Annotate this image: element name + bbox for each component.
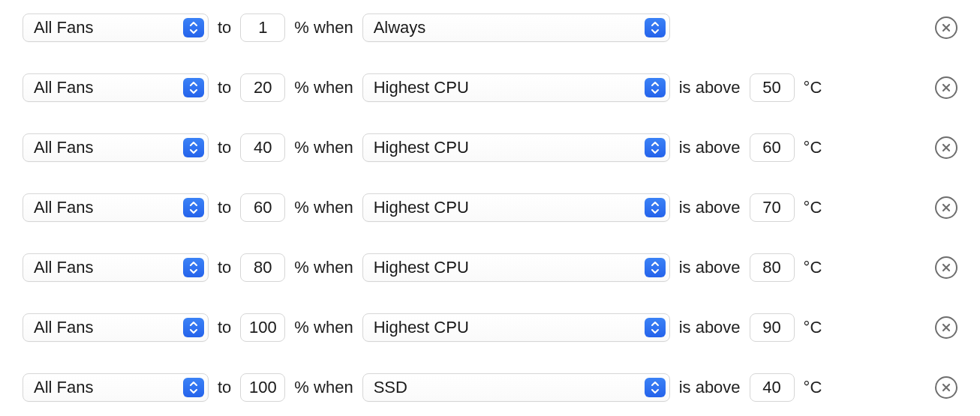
to-label: to [218,18,231,37]
percent-when-label: % when [294,198,353,217]
close-icon [941,382,951,393]
delete-rule-button[interactable] [935,76,957,99]
to-label: to [218,138,231,157]
condition-select-value: Highest CPU [374,138,469,157]
rule-row: All Fans to % when Highest CPU is above … [23,253,957,282]
fan-select[interactable]: All Fans [23,253,209,282]
chevron-updown-icon [645,138,666,157]
threshold-input[interactable] [750,133,795,162]
chevron-updown-icon [183,378,204,397]
chevron-updown-icon [183,138,204,157]
fan-select-value: All Fans [34,198,93,217]
rule-row: All Fans to % when Highest CPU is above … [23,313,957,342]
rule-row: All Fans to % when Highest CPU is above … [23,133,957,162]
condition-select-value: Highest CPU [374,318,469,337]
delete-rule-button[interactable] [935,316,957,339]
condition-select[interactable]: Highest CPU [362,73,670,102]
delete-rule-button[interactable] [935,196,957,219]
fan-select[interactable]: All Fans [23,13,209,42]
percent-when-label: % when [294,18,353,37]
condition-select[interactable]: SSD [362,373,670,402]
fan-select-value: All Fans [34,18,93,37]
close-icon [941,322,951,333]
delete-rule-button[interactable] [935,136,957,159]
threshold-input[interactable] [750,73,795,102]
to-label: to [218,378,231,397]
fan-select-value: All Fans [34,378,93,397]
unit-label: °C [804,138,822,157]
fan-select[interactable]: All Fans [23,373,209,402]
chevron-updown-icon [645,258,666,277]
chevron-updown-icon [645,378,666,397]
condition-select-value: Highest CPU [374,198,469,217]
unit-label: °C [804,258,822,277]
threshold-input[interactable] [750,253,795,282]
percent-input[interactable] [240,373,285,402]
condition-select[interactable]: Highest CPU [362,133,670,162]
chevron-updown-icon [183,198,204,217]
chevron-updown-icon [183,318,204,337]
is-above-label: is above [679,258,741,277]
close-icon [941,262,951,273]
chevron-updown-icon [183,78,204,97]
is-above-label: is above [679,318,741,337]
is-above-label: is above [679,378,741,397]
delete-rule-button[interactable] [935,256,957,279]
threshold-input[interactable] [750,313,795,342]
condition-select[interactable]: Highest CPU [362,253,670,282]
percent-when-label: % when [294,378,353,397]
percent-when-label: % when [294,78,353,97]
fan-select[interactable]: All Fans [23,73,209,102]
fan-select-value: All Fans [34,318,93,337]
to-label: to [218,78,231,97]
fan-select[interactable]: All Fans [23,313,209,342]
is-above-label: is above [679,138,741,157]
percent-input[interactable] [240,253,285,282]
to-label: to [218,318,231,337]
unit-label: °C [804,378,822,397]
chevron-updown-icon [183,18,204,37]
rule-row: All Fans to % when SSD is above °C [23,373,957,402]
unit-label: °C [804,318,822,337]
percent-input[interactable] [240,313,285,342]
delete-rule-button[interactable] [935,376,957,399]
condition-select[interactable]: Highest CPU [362,313,670,342]
percent-input[interactable] [240,73,285,102]
chevron-updown-icon [645,318,666,337]
chevron-updown-icon [645,198,666,217]
fan-select[interactable]: All Fans [23,133,209,162]
is-above-label: is above [679,78,741,97]
unit-label: °C [804,198,822,217]
fan-select-value: All Fans [34,78,93,97]
percent-input[interactable] [240,13,285,42]
fan-select[interactable]: All Fans [23,193,209,222]
rule-row: All Fans to % when Highest CPU is above … [23,193,957,222]
percent-input[interactable] [240,133,285,162]
to-label: to [218,198,231,217]
to-label: to [218,258,231,277]
delete-rule-button[interactable] [935,16,957,39]
chevron-updown-icon [645,18,666,37]
close-icon [941,202,951,213]
close-icon [941,142,951,153]
is-above-label: is above [679,198,741,217]
fan-select-value: All Fans [34,258,93,277]
condition-select-value: SSD [374,378,407,397]
fan-select-value: All Fans [34,138,93,157]
percent-when-label: % when [294,318,353,337]
chevron-updown-icon [183,258,204,277]
condition-select[interactable]: Highest CPU [362,193,670,222]
condition-select-value: Highest CPU [374,258,469,277]
close-icon [941,82,951,93]
percent-when-label: % when [294,138,353,157]
condition-select[interactable]: Always [362,13,670,42]
chevron-updown-icon [645,78,666,97]
unit-label: °C [804,78,822,97]
percent-when-label: % when [294,258,353,277]
rule-row: All Fans to % when Highest CPU is above … [23,73,957,102]
threshold-input[interactable] [750,373,795,402]
percent-input[interactable] [240,193,285,222]
threshold-input[interactable] [750,193,795,222]
rule-row: All Fans to % when Always [23,13,957,42]
close-icon [941,22,951,33]
